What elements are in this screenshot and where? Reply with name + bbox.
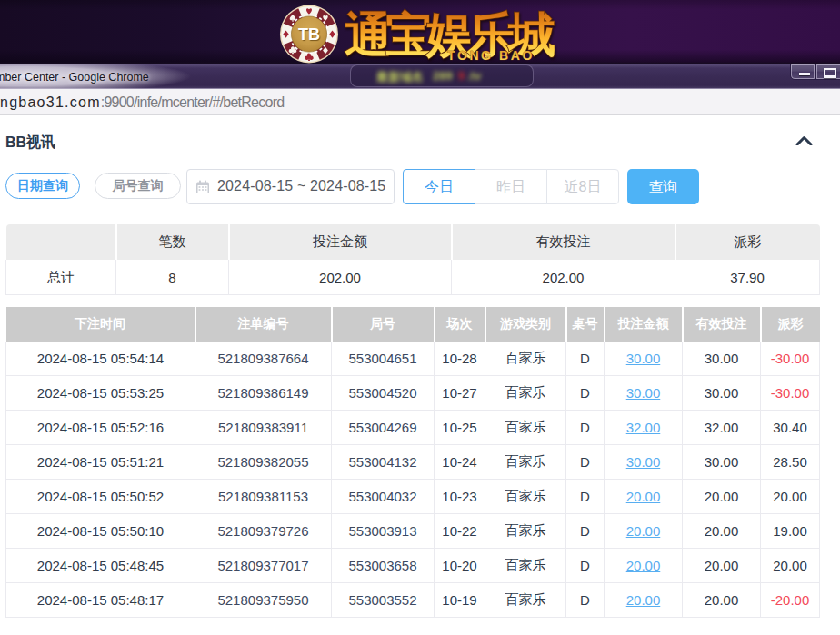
svg-text:TONG BAO: TONG BAO: [447, 48, 535, 63]
svg-text:TB: TB: [298, 25, 320, 44]
